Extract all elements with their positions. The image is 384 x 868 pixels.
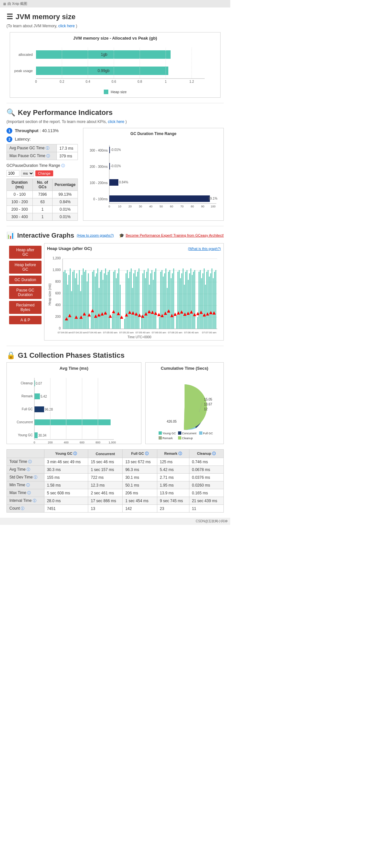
svg-rect-131 <box>171 278 172 329</box>
svg-text:07:05:40 am: 07:05:40 am <box>136 331 150 334</box>
jvm-link[interactable]: click here <box>58 24 75 28</box>
info-icon-gcpause[interactable]: ⓘ <box>61 164 65 167</box>
svg-rect-138 <box>181 273 182 329</box>
svg-rect-142 <box>186 270 187 329</box>
a-and-p-btn[interactable]: A & P <box>9 316 41 324</box>
svg-text:Full GC: Full GC <box>22 407 33 411</box>
col-duration: Duration (ms) <box>7 179 33 191</box>
svg-rect-137 <box>180 278 181 329</box>
info-icon-max[interactable]: ⓘ <box>46 154 50 158</box>
svg-rect-75 <box>88 273 89 329</box>
svg-rect-111 <box>142 273 143 329</box>
svg-rect-117 <box>150 273 151 329</box>
gc-duration-inner: GC Duration Time Range 300 - 400ms 200 -… <box>83 128 223 214</box>
pause-gc-duration-btn[interactable]: Pause GC Duration <box>9 286 41 299</box>
svg-text:0 - 100ms: 0 - 100ms <box>94 197 108 201</box>
kpi-section: 🔍 Key Performance Indicators (Important … <box>0 103 230 226</box>
what-link[interactable]: (What is this graph?) <box>188 247 221 251</box>
svg-rect-155 <box>205 285 206 329</box>
svg-rect-227 <box>34 406 44 412</box>
svg-text:30.34: 30.34 <box>38 434 46 437</box>
reclaimed-bytes-btn[interactable]: Reclaimed Bytes <box>9 301 41 314</box>
svg-text:1: 1 <box>165 80 167 84</box>
svg-rect-84 <box>101 270 102 329</box>
svg-text:07:07:00 am: 07:07:00 am <box>202 331 217 334</box>
expert-link[interactable]: Become Performance Expert! Training from… <box>126 234 224 237</box>
gc-duration-btn[interactable]: GC Duration <box>9 276 41 284</box>
jvm-subtitle: (To learn about JVM Memory, click here ) <box>6 24 224 28</box>
zoom-link[interactable]: (How to zoom graphs?) <box>77 234 114 237</box>
svg-rect-119 <box>153 280 154 329</box>
svg-rect-225 <box>34 394 40 399</box>
svg-rect-25 <box>109 195 210 202</box>
svg-text:07:04:20 am: 07:04:20 am <box>72 331 87 334</box>
svg-rect-93 <box>114 270 115 329</box>
svg-rect-100 <box>127 270 128 329</box>
g1-section: 🔒 G1 Collection Phases Statistics Avg Ti… <box>0 346 230 518</box>
svg-rect-66 <box>76 273 77 329</box>
pct-100-200: 0.84% <box>53 198 78 206</box>
svg-text:800: 800 <box>55 280 61 283</box>
svg-rect-87 <box>105 269 106 329</box>
g1-pie-svg: 15.05 13.67 12 426.05 Young GC Concurren… <box>149 375 220 439</box>
svg-text:200: 200 <box>55 315 61 318</box>
svg-rect-129 <box>168 272 169 329</box>
svg-rect-61 <box>70 269 71 329</box>
duration-input[interactable] <box>6 170 20 177</box>
g1-title: 🔒 G1 Collection Phases Statistics <box>6 351 224 360</box>
svg-text:99.1%: 99.1% <box>208 197 217 200</box>
svg-rect-255 <box>159 436 162 439</box>
svg-rect-249 <box>159 431 162 435</box>
heap-after-gc-btn[interactable]: Heap after GC <box>9 246 41 259</box>
row-total-time: Total Time ⓘ <box>7 458 44 466</box>
svg-rect-71 <box>83 269 84 329</box>
svg-rect-132 <box>172 273 173 329</box>
g1-avg-title: Avg Time (ms) <box>10 366 138 371</box>
svg-rect-69 <box>80 291 81 329</box>
bar-label-allocated: allocated <box>19 53 33 57</box>
svg-text:0.84%: 0.84% <box>119 181 128 184</box>
svg-rect-251 <box>178 431 181 435</box>
svg-marker-198 <box>157 313 161 316</box>
pct-300-400: 0.01% <box>53 213 78 221</box>
svg-rect-106 <box>135 270 136 329</box>
svg-rect-120 <box>154 272 155 329</box>
svg-text:40: 40 <box>149 205 152 208</box>
heap-usage-chart: Heap Usage (after GC) (What is this grap… <box>44 243 224 341</box>
svg-text:50: 50 <box>160 205 163 208</box>
kpi-link[interactable]: click here <box>108 120 125 124</box>
g1-pie-chart: Cumulative Time (Secs) 15.05 13.67 12 42… <box>145 362 224 444</box>
bar-peak-label: 0.99gb <box>98 68 110 73</box>
jvm-title: ☰ JVM memory size <box>6 13 224 21</box>
svg-rect-85 <box>103 280 103 329</box>
heap-before-gc-btn[interactable]: Heap before GC <box>9 261 41 274</box>
change-button[interactable]: Change <box>35 170 53 176</box>
heap-chart-header: Heap Usage (after GC) (What is this grap… <box>47 246 221 251</box>
info-icon-avg[interactable]: ⓘ <box>46 146 49 150</box>
svg-text:70: 70 <box>180 205 183 208</box>
svg-text:Remark: Remark <box>22 394 33 398</box>
svg-rect-145 <box>190 269 191 329</box>
duration-unit-select[interactable]: ms <box>21 170 34 177</box>
svg-text:0.2: 0.2 <box>60 80 64 84</box>
latency-table: Avg Pause GC Time ⓘ 17.3 ms Max Pause GC… <box>6 144 78 160</box>
g1-bar-chart: Avg Time (ms) Cleanup Remark Full GC Con… <box>6 362 141 444</box>
svg-text:0: 0 <box>33 441 35 444</box>
stats-header-row: Young GC ⓘ Concurrent Full GC ⓘ Remark ⓘ… <box>7 450 224 458</box>
row-std-dev: Std Dev Time ⓘ <box>7 474 44 482</box>
svg-text:07:04:40 am: 07:04:40 am <box>87 331 102 334</box>
pct-0-100: 99.13% <box>53 191 78 198</box>
svg-text:Heap size (mb): Heap size (mb) <box>48 283 51 306</box>
throughput-value: 40.113% <box>42 128 58 133</box>
row-min-time: Min Time ⓘ <box>7 482 44 489</box>
svg-text:0.07: 0.07 <box>36 382 42 385</box>
top-bar-label: 由 Xnip 截图 <box>7 1 27 6</box>
jvm-section: ☰ JVM memory size (To learn about JVM Me… <box>0 7 230 103</box>
row-interval-time: Interval Time ⓘ <box>7 497 44 505</box>
svg-rect-73 <box>85 270 86 329</box>
throughput-row: 1 Throughput : 40.113% <box>6 128 78 134</box>
svg-text:90: 90 <box>201 205 204 208</box>
svg-rect-74 <box>86 281 88 329</box>
g1-stats-table: Young GC ⓘ Concurrent Full GC ⓘ Remark ⓘ… <box>6 449 224 513</box>
svg-rect-150 <box>199 272 200 329</box>
